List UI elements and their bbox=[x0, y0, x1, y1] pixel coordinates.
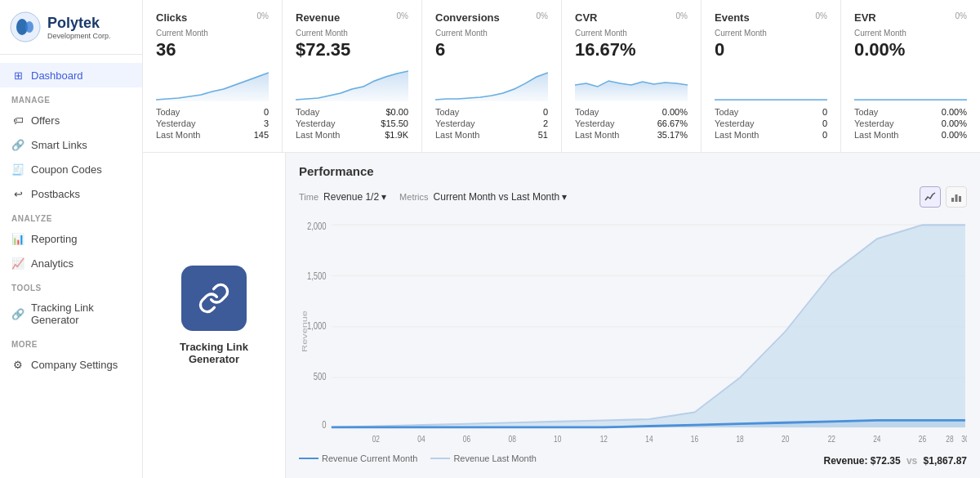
row-label: Last Month bbox=[854, 130, 898, 140]
row-value: 0 bbox=[822, 107, 827, 117]
stat-row-item: Last Month $1.9K bbox=[296, 129, 408, 141]
stat-header: Clicks Current Month 36 0% bbox=[156, 11, 269, 64]
metrics-control: Metrics Current Month vs Last Month ▾ bbox=[399, 191, 567, 203]
svg-text:02: 02 bbox=[372, 434, 381, 444]
reporting-icon: 📊 bbox=[11, 232, 24, 245]
line-chart-icon bbox=[924, 191, 936, 203]
stat-row-item: Yesterday 2 bbox=[435, 118, 548, 129]
row-label: Yesterday bbox=[575, 118, 615, 128]
stat-title: Conversions bbox=[435, 11, 500, 24]
performance-panel: Performance Time Revenue 1/2 ▾ Metrics C… bbox=[286, 153, 980, 478]
stat-pct: 0% bbox=[257, 11, 269, 20]
svg-text:26: 26 bbox=[919, 434, 927, 444]
sidebar-item-coupon-codes[interactable]: 🧾 Coupon Codes bbox=[0, 157, 142, 181]
bar-chart-button[interactable] bbox=[946, 186, 967, 208]
logo-icon bbox=[10, 11, 41, 42]
tracking-link-icon-box[interactable] bbox=[181, 266, 247, 331]
stat-row-item: Today 0.00% bbox=[575, 106, 688, 118]
analytics-label: Analytics bbox=[31, 257, 74, 270]
logo-text: Polytek Development Corp. bbox=[47, 15, 111, 40]
chart-legend: Revenue Current Month Revenue Last Month bbox=[299, 453, 537, 463]
sidebar-item-reporting[interactable]: 📊 Reporting bbox=[0, 226, 142, 251]
time-label: Time bbox=[299, 192, 318, 202]
stat-rows: Today 0.00% Yesterday 0.00% Last Month 0… bbox=[854, 106, 967, 141]
bottom-section: Tracking Link Generator Performance Time… bbox=[143, 153, 980, 478]
footer-current: $72.35 bbox=[871, 455, 901, 467]
row-value: 0 bbox=[264, 107, 269, 117]
row-label: Yesterday bbox=[854, 118, 894, 128]
svg-text:04: 04 bbox=[417, 434, 425, 444]
sidebar-item-analytics[interactable]: 📈 Analytics bbox=[0, 251, 142, 275]
metrics-value[interactable]: Current Month vs Last Month ▾ bbox=[434, 191, 568, 203]
sidebar-item-company-settings[interactable]: ⚙ Company Settings bbox=[0, 352, 142, 377]
smart-links-label: Smart Links bbox=[31, 139, 87, 151]
main-content: Clicks Current Month 36 0% bbox=[143, 0, 980, 478]
stat-rows: Today 0 Yesterday 2 Last Month 51 bbox=[435, 106, 548, 141]
legend-last: Revenue Last Month bbox=[430, 453, 537, 463]
sidebar: Polytek Development Corp. ⊞ Dashboard MA… bbox=[0, 0, 143, 478]
stat-title: CVR bbox=[575, 11, 636, 24]
row-label: Today bbox=[854, 107, 878, 117]
row-value: 0.00% bbox=[662, 107, 688, 117]
row-label: Yesterday bbox=[715, 118, 755, 128]
svg-point-2 bbox=[25, 21, 33, 33]
row-label: Today bbox=[156, 107, 180, 117]
chart-footer: Revenue Current Month Revenue Last Month… bbox=[299, 447, 967, 467]
mini-chart bbox=[854, 69, 967, 101]
sidebar-item-smart-links[interactable]: 🔗 Smart Links bbox=[0, 132, 142, 157]
stat-header: CVR Current Month 16.67% 0% bbox=[575, 11, 688, 64]
sparkline-svg bbox=[854, 69, 967, 101]
svg-text:10: 10 bbox=[554, 434, 562, 444]
row-label: Today bbox=[296, 107, 319, 117]
stat-row-item: Today 0.00% bbox=[854, 106, 967, 118]
stat-header: Events Current Month 0 0% bbox=[715, 11, 827, 64]
stat-current-label: Current Month bbox=[715, 29, 767, 38]
svg-text:28: 28 bbox=[946, 434, 954, 444]
sidebar-item-offers[interactable]: 🏷 Offers bbox=[0, 108, 142, 132]
line-chart-button[interactable] bbox=[920, 186, 941, 208]
svg-text:24: 24 bbox=[873, 434, 881, 444]
legend-last-line bbox=[430, 458, 450, 459]
row-value: 51 bbox=[538, 130, 548, 140]
svg-rect-4 bbox=[956, 194, 958, 202]
performance-title: Performance bbox=[299, 164, 967, 178]
footer-vs: vs bbox=[906, 455, 917, 467]
section-label-manage: MANAGE bbox=[0, 87, 142, 108]
performance-controls: Time Revenue 1/2 ▾ Metrics Current Month… bbox=[299, 186, 967, 208]
postbacks-icon: ↩ bbox=[11, 187, 24, 200]
row-value: 0.00% bbox=[942, 118, 967, 128]
mini-chart bbox=[715, 69, 827, 101]
stat-title: Events bbox=[715, 11, 767, 24]
tracking-link-generator-icon: 🔗 bbox=[11, 307, 24, 320]
metrics-label: Metrics bbox=[399, 192, 428, 202]
mini-chart bbox=[156, 69, 269, 101]
stat-card-clicks: Clicks Current Month 36 0% bbox=[143, 0, 283, 152]
row-value: 0 bbox=[822, 130, 827, 140]
stat-current-label: Current Month bbox=[575, 29, 636, 38]
section-label-tools: TOOLS bbox=[0, 275, 142, 296]
stat-current-label: Current Month bbox=[854, 29, 906, 38]
company-settings-icon: ⚙ bbox=[11, 358, 24, 371]
svg-text:1,500: 1,500 bbox=[307, 270, 327, 281]
sidebar-item-postbacks[interactable]: ↩ Postbacks bbox=[0, 181, 142, 206]
section-label-analyze: ANALYZE bbox=[0, 206, 142, 226]
stat-pct: 0% bbox=[397, 11, 408, 20]
stat-title: Clicks bbox=[156, 11, 208, 24]
legend-current-line bbox=[299, 458, 318, 459]
svg-text:30: 30 bbox=[961, 434, 967, 444]
mini-chart bbox=[575, 69, 688, 101]
footer-prefix: Revenue: bbox=[823, 455, 867, 467]
row-label: Last Month bbox=[575, 130, 619, 140]
sidebar-item-dashboard[interactable]: ⊞ Dashboard bbox=[0, 63, 142, 87]
row-label: Yesterday bbox=[156, 118, 196, 128]
stat-title: EVR bbox=[854, 11, 906, 24]
bar-chart-icon bbox=[951, 191, 962, 203]
sidebar-item-tracking-link-generator[interactable]: 🔗 Tracking Link Generator bbox=[0, 296, 142, 332]
dashboard-label: Dashboard bbox=[31, 69, 83, 82]
time-value[interactable]: Revenue 1/2 ▾ bbox=[323, 191, 386, 203]
stat-card-revenue: Revenue Current Month $72.35 0% bbox=[283, 0, 422, 152]
svg-text:22: 22 bbox=[828, 434, 836, 444]
row-value: 0.00% bbox=[942, 107, 967, 117]
reporting-label: Reporting bbox=[31, 233, 77, 245]
offers-icon: 🏷 bbox=[11, 114, 24, 127]
